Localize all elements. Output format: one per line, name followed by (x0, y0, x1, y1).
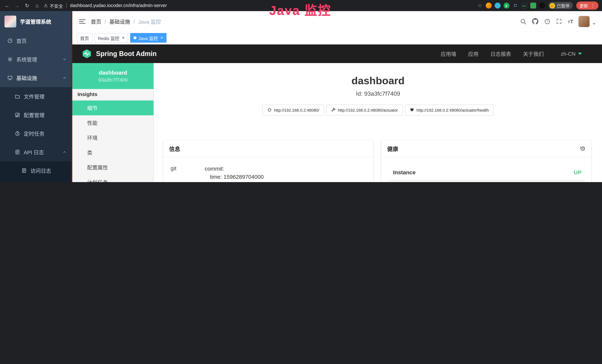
fullscreen-icon[interactable] (556, 19, 562, 24)
sidebar-toggle-icon[interactable] (79, 18, 86, 25)
sba-nav-link[interactable]: 应用墙 (441, 50, 456, 57)
sidebar-item-label: 定时任务 (24, 130, 44, 137)
info-value-line: time: 1596289704000 (210, 173, 264, 181)
annotation-stroke (71, 11, 72, 182)
sba-sidebar: dashboard 93a3fc7f7409 Insights 细节性能环境类配… (72, 63, 154, 182)
on-badge-extension-icon[interactable]: on (521, 3, 527, 9)
sba-navbar: Spring Boot Admin 应用墙应用日志报表关于我们 zh-CN (72, 44, 602, 63)
close-icon[interactable]: × (122, 36, 125, 40)
search-icon[interactable] (520, 18, 526, 24)
sidebar-item-访问日志[interactable]: 访问日志 (0, 161, 72, 180)
breadcrumb-item[interactable]: 基础设施 (109, 18, 130, 25)
endpoint-link-label: http://192.168.0.2:48080/actuator (338, 108, 398, 112)
instance-name: dashboard (99, 69, 127, 76)
health-instance-row[interactable]: Instance UP (387, 165, 585, 181)
chrome-update-button[interactable]: 更新 ⋮ (576, 1, 599, 10)
page-title: dashboard (154, 75, 602, 87)
health-card-title: 健康 (387, 145, 398, 152)
health-card: 健康 Instance UP (381, 140, 591, 182)
sba-menu-配置属性[interactable]: 配置属性 (72, 160, 153, 175)
sba-menu-性能[interactable]: 性能 (72, 115, 153, 130)
endpoint-link[interactable]: http://192.168.0.2:48080/ (262, 105, 324, 116)
sidebar-item-label: 文件管理 (24, 93, 44, 100)
tab-首页[interactable]: 首页 (77, 33, 92, 43)
sidebar-item-系统管理[interactable]: 系统管理 (0, 50, 72, 69)
heart-icon (410, 107, 414, 113)
info-row: git commit:time: 1596289704000id: 27aa83… (169, 160, 367, 182)
paw-extension-icon[interactable] (539, 3, 545, 9)
browser-nav-buttons: ←→↻⌂ (4, 3, 40, 9)
active-dot (133, 36, 137, 39)
endpoint-link[interactable]: http://192.168.0.2:48080/actuator (326, 105, 403, 116)
bookmark-star-icon[interactable]: ☆ (478, 3, 482, 9)
tab-label: Redis 监控 (98, 35, 119, 41)
sidebar-item-API 日志[interactable]: API 日志 (0, 143, 72, 161)
locale-select[interactable]: zh-CN (561, 51, 582, 57)
sidebar-menu: 首页系统管理基础设施文件管理配置管理定时任务API 日志访问日志错误日志MySQ… (0, 32, 72, 182)
sidebar-item-label: 配置管理 (24, 111, 44, 119)
y-extension-icon[interactable]: y (503, 3, 509, 9)
sba-menu-类[interactable]: 类 (72, 145, 153, 160)
tab-Java 监控[interactable]: Java 监控× (130, 33, 166, 43)
address-bar[interactable]: dashboard.yudao.iocoder.cn/infra/admin-s… (70, 3, 167, 8)
sba-menu-细节[interactable]: 细节 (72, 100, 153, 115)
font-size-icon[interactable]: TT (568, 18, 573, 24)
instance-header[interactable]: dashboard 93a3fc7f7409 (72, 63, 153, 89)
info-value-line: commit: (205, 165, 264, 173)
sidebar-item-基础设施[interactable]: 基础设施 (0, 69, 72, 87)
reload-icon[interactable]: ↻ (24, 3, 30, 9)
sidebar-item-文件管理[interactable]: 文件管理 (0, 87, 72, 106)
insights-items: 细节性能环境类配置属性计划任务 (72, 100, 153, 182)
sidebar-item-配置管理[interactable]: 配置管理 (0, 106, 72, 124)
help-icon[interactable]: ? (545, 18, 550, 24)
forward-icon[interactable]: → (14, 3, 20, 9)
profile-chip[interactable]: ☺ 已暂停 (548, 2, 573, 9)
tab-label: Java 监控 (138, 35, 158, 41)
sba-nav-links: 应用墙应用日志报表关于我们 zh-CN (441, 50, 582, 57)
sba-nav-link[interactable]: 日志报表 (490, 50, 511, 57)
sidebar-item-首页[interactable]: 首页 (0, 32, 72, 50)
update-label: 更新 (580, 3, 588, 9)
sidebar-item-label: 系统管理 (16, 56, 37, 63)
sidebar-item-错误日志[interactable]: 错误日志 (0, 180, 72, 182)
grid-extension-icon[interactable]: ∷ (512, 3, 518, 9)
sba-menu-环境[interactable]: 环境 (72, 130, 153, 145)
sba-nav-link[interactable]: 应用 (468, 50, 479, 57)
security-indicator[interactable]: ⚠ 不安全 (44, 2, 63, 9)
sidebar-item-定时任务[interactable]: 定时任务 (0, 124, 72, 143)
leaf-extension-icon[interactable] (530, 3, 536, 9)
home-icon[interactable]: ⌂ (34, 3, 40, 9)
history-icon[interactable] (580, 146, 585, 151)
app-sidebar: 芋道管理系统 首页系统管理基础设施文件管理配置管理定时任务API 日志访问日志错… (0, 11, 72, 182)
folder-icon (15, 94, 20, 99)
sba-nav-link[interactable]: 关于我们 (523, 50, 544, 57)
infrastructure-icon (7, 75, 13, 80)
endpoint-link-label: http://192.168.0.2:48080/actuator/health (416, 108, 489, 112)
app-logo-image (4, 15, 16, 27)
breadcrumb-item[interactable]: 首页 (91, 18, 101, 25)
close-icon[interactable]: × (160, 36, 163, 40)
edit-icon (15, 112, 20, 118)
chevron-down-icon (578, 53, 582, 55)
github-icon[interactable] (532, 18, 538, 24)
tab-Redis 监控[interactable]: Redis 监控× (95, 33, 128, 43)
sba-menu-计划任务[interactable]: 计划任务 (72, 175, 153, 182)
browser-menu-icon[interactable]: ⋮ (591, 3, 595, 8)
endpoint-link[interactable]: http://192.168.0.2:48080/actuator/health (405, 105, 494, 116)
app-logo[interactable]: 芋道管理系统 (0, 11, 72, 32)
back-icon[interactable]: ← (4, 3, 10, 9)
sidebar-item-label: 首页 (16, 37, 27, 44)
breadcrumb-item: Java 监控 (138, 18, 161, 25)
user-avatar[interactable] (579, 16, 590, 27)
flame-extension-icon[interactable] (485, 3, 492, 9)
security-label: 不安全 (50, 2, 63, 9)
dashboard-icon (7, 38, 13, 43)
chevron-up-icon (63, 76, 66, 80)
droplet-extension-icon[interactable] (494, 3, 500, 9)
wrench-icon (331, 107, 336, 113)
sidebar-item-label: 基础设施 (16, 74, 37, 82)
chevron-up-icon (63, 150, 66, 154)
tags-bar: 首页Redis 监控×Java 监控× (72, 32, 602, 44)
topbar-actions: ?TT (520, 18, 573, 24)
sba-brand: Spring Boot Admin (96, 50, 157, 58)
